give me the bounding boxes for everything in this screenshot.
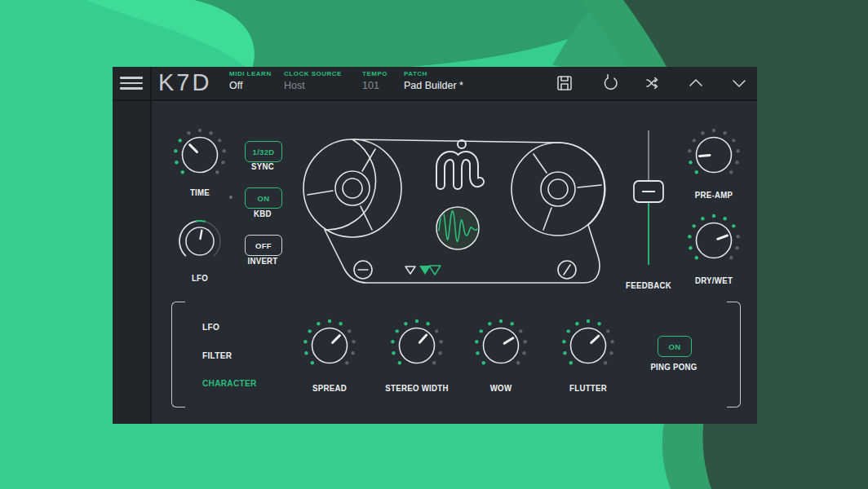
waveform-scope (436, 207, 479, 249)
tape-head-markers[interactable] (405, 266, 441, 275)
lfo-label: LFO (192, 273, 208, 283)
save-icon (555, 73, 574, 93)
flutter-label: FLUTTER (569, 383, 607, 393)
save-button[interactable] (555, 73, 574, 93)
tempo-value: 101 (362, 80, 388, 91)
wow-label: WOW (490, 383, 512, 393)
clock-source-field[interactable]: CLOCK SOURCE Host (284, 70, 342, 91)
preamp-label: PRE-AMP (695, 190, 733, 200)
kbd-button[interactable]: ON (245, 187, 282, 209)
chevron-up-icon (686, 73, 706, 93)
sidebar (113, 67, 150, 424)
app-logo: K7D (158, 69, 211, 96)
stereo-width-label: STEREO WIDTH (385, 383, 448, 393)
wow-knob[interactable] (472, 316, 530, 375)
undo-button[interactable] (600, 73, 620, 93)
clock-source-label: CLOCK SOURCE (284, 70, 342, 77)
bottom-bracket-left (171, 302, 185, 408)
time-label: TIME (190, 187, 210, 197)
tape-deck-graphic (298, 121, 624, 292)
clock-source-value: Host (284, 80, 342, 91)
midi-learn-field[interactable]: MIDI LEARN Off (229, 70, 272, 91)
prev-patch-button[interactable] (686, 73, 706, 93)
tape-guide-right (558, 261, 576, 279)
tempo-field[interactable]: TEMPO 101 (362, 70, 388, 91)
patch-field[interactable]: PATCH Pad Builder * (404, 70, 463, 91)
midi-learn-value: Off (229, 80, 272, 91)
midi-indicator-dot (229, 196, 232, 199)
tab-lfo[interactable]: LFO (202, 322, 219, 332)
tape-reel-right (512, 143, 604, 236)
bottom-bracket-right (727, 302, 741, 408)
chevron-down-icon (729, 73, 749, 93)
patch-label: PATCH (404, 70, 463, 77)
sync-label: SYNC (251, 161, 274, 171)
stereo-width-knob[interactable] (388, 316, 446, 375)
invert-button[interactable]: OFF (245, 235, 282, 256)
undo-icon (600, 73, 620, 93)
tape-guide-left (354, 261, 372, 279)
preamp-knob[interactable] (684, 126, 743, 184)
kbd-label: KBD (254, 209, 272, 218)
tab-filter[interactable]: FILTER (202, 350, 232, 360)
feedback-slider[interactable] (624, 122, 673, 293)
randomize-button[interactable] (644, 73, 663, 93)
ping-pong-button[interactable]: ON (658, 336, 692, 357)
plugin-window: K7D MIDI LEARN Off CLOCK SOURCE Host TEM… (113, 67, 757, 424)
brand-logo-icon (441, 140, 480, 185)
invert-label: INVERT (247, 256, 277, 266)
time-knob[interactable] (170, 126, 229, 184)
shuffle-icon (644, 73, 663, 93)
sidebar-divider (150, 67, 152, 424)
tape-head-marker-white[interactable] (405, 267, 415, 274)
ping-pong-label: PING PONG (650, 362, 697, 372)
screenshot-stage: K7D MIDI LEARN Off CLOCK SOURCE Host TEM… (0, 0, 868, 489)
patch-value: Pad Builder * (404, 80, 463, 91)
menu-button[interactable] (120, 77, 143, 90)
header-divider (113, 99, 757, 101)
tab-character[interactable]: CHARACTER (202, 378, 257, 388)
spread-label: SPREAD (312, 383, 347, 393)
feedback-label: FEEDBACK (626, 280, 671, 290)
tape-head-marker-green-outline[interactable] (429, 266, 441, 275)
spread-knob[interactable] (300, 316, 359, 375)
tempo-label: TEMPO (362, 70, 388, 77)
next-patch-button[interactable] (729, 73, 749, 93)
tape-head-marker-green-filled[interactable] (419, 266, 431, 275)
drywet-knob[interactable] (684, 211, 743, 270)
flutter-knob[interactable] (559, 316, 618, 375)
sync-button[interactable]: 1/32D (245, 141, 282, 162)
midi-learn-label: MIDI LEARN (229, 70, 272, 77)
drywet-label: DRY/WET (695, 275, 733, 285)
lfo-knob[interactable] (170, 212, 229, 271)
